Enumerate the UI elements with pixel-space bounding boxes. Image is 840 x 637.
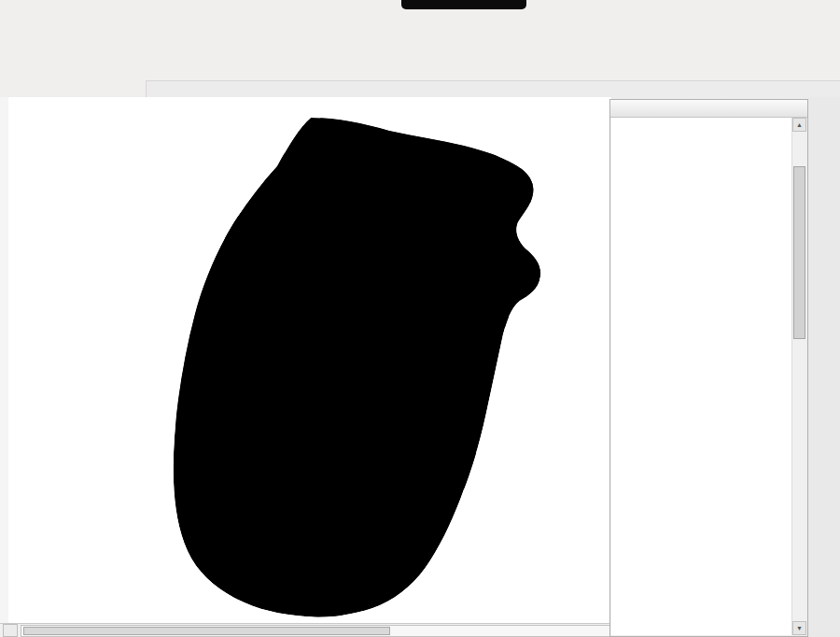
idw-yellow-spot-2	[441, 449, 486, 488]
idw-dot-core-right	[491, 313, 503, 325]
scrollbar-thumb[interactable]	[793, 166, 805, 339]
horizontal-scrollbar-thumb[interactable]	[23, 627, 390, 635]
horizontal-scrollbar[interactable]	[21, 625, 610, 637]
idw-donut-sw-core	[225, 481, 234, 490]
toolbar-row-2	[0, 41, 840, 81]
idw-darkgreen-oval	[234, 345, 262, 367]
arctoolbox-tree[interactable]	[611, 118, 792, 635]
screen-overlay-bar	[401, 0, 526, 9]
arctoolbox-panel: ▲ ▼	[609, 99, 808, 637]
close-button[interactable]	[789, 102, 803, 115]
idw-yellow-spot-3	[327, 544, 379, 596]
idw-olive-dot-mid	[385, 286, 400, 301]
arcmap-window: ▲ ▼	[0, 0, 840, 637]
arctoolbox-title-bar[interactable]	[610, 100, 807, 118]
idw-yellow-dot-in-red	[394, 140, 405, 151]
idw-donut-a-core	[451, 180, 464, 193]
toolbar-row-3	[0, 80, 147, 98]
right-dock-area	[808, 97, 840, 637]
map-bottom-bar	[0, 623, 613, 637]
scroll-up-icon[interactable]: ▲	[792, 118, 806, 132]
idw-dot-core-mid	[430, 306, 441, 317]
arctoolbox-scrollbar[interactable]: ▲ ▼	[792, 118, 806, 635]
undock-button[interactable]	[773, 102, 787, 115]
map-view	[8, 97, 611, 624]
scroll-down-icon[interactable]: ▼	[792, 621, 806, 635]
idw-donut-b-core	[514, 180, 528, 194]
content-area: ▲ ▼	[0, 97, 840, 637]
scroll-left-button[interactable]	[3, 624, 18, 637]
idw-yellow-spot-1	[441, 408, 469, 436]
map-canvas[interactable]	[8, 97, 611, 624]
toolbar-row-1	[0, 16, 840, 42]
idw-donut-c-core	[388, 447, 399, 458]
